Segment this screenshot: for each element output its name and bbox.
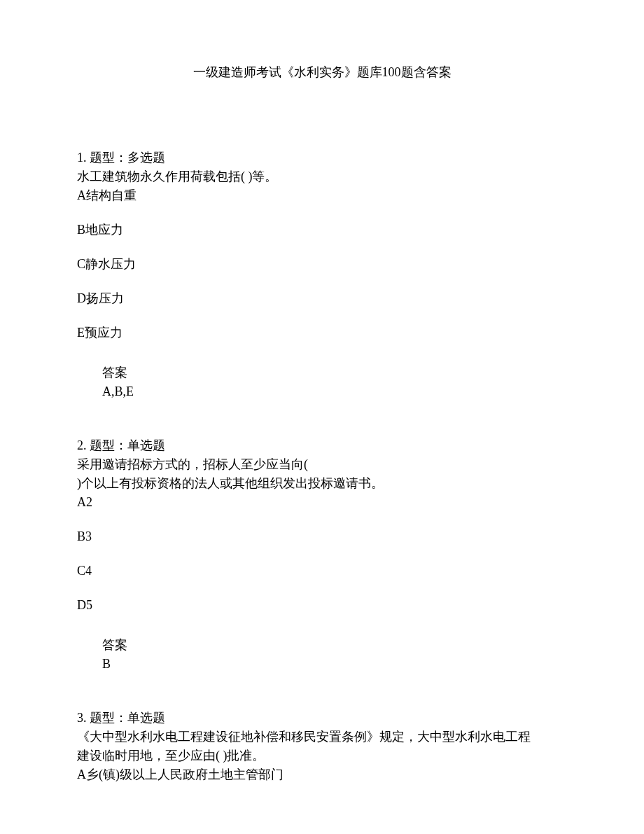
option-c: C4 [77, 562, 567, 581]
option-d: D扬压力 [77, 289, 567, 308]
answer-label: 答案 [102, 363, 567, 382]
question-3-stem-line1: 《大中型水利水电工程建设征地补偿和移民安置条例》规定，大中型水利水电工程 [77, 728, 567, 746]
question-2-header: 2. 题型：单选题 [77, 436, 567, 455]
answer-value: B [102, 655, 567, 674]
question-number: 3. [77, 711, 90, 725]
question-3: 3. 题型：单选题 《大中型水利水电工程建设征地补偿和移民安置条例》规定，大中型… [77, 709, 567, 784]
answer-value: A,B,E [102, 382, 567, 401]
question-1: 1. 题型：多选题 水工建筑物永久作用荷载包括( )等。 A结构自重 B地应力 … [77, 148, 567, 401]
question-type: 题型：单选题 [90, 438, 165, 452]
question-1-stem: 水工建筑物永久作用荷载包括( )等。 [77, 167, 567, 186]
question-1-header: 1. 题型：多选题 [77, 148, 567, 167]
option-a: A2 [77, 493, 567, 512]
option-d: D5 [77, 596, 567, 615]
question-number: 1. [77, 151, 90, 165]
option-b: B3 [77, 527, 567, 546]
option-c: C静水压力 [77, 255, 567, 274]
question-type: 题型：单选题 [90, 711, 165, 725]
question-2-stem-line1: 采用邀请招标方式的，招标人至少应当向( [77, 455, 567, 474]
question-2: 2. 题型：单选题 采用邀请招标方式的，招标人至少应当向( )个以上有投标资格的… [77, 436, 567, 674]
option-e: E预应力 [77, 324, 567, 342]
question-number: 2. [77, 438, 90, 452]
option-a: A乡(镇)级以上人民政府土地主管部门 [77, 765, 567, 784]
answer-block-1: 答案 A,B,E [77, 363, 567, 401]
question-2-stem-line2: )个以上有投标资格的法人或其他组织发出投标邀请书。 [77, 474, 567, 493]
option-b: B地应力 [77, 221, 567, 239]
answer-label: 答案 [102, 636, 567, 655]
document-title: 一级建造师考试《水利实务》题库100题含答案 [77, 63, 567, 82]
question-type: 题型：多选题 [90, 151, 165, 165]
question-3-header: 3. 题型：单选题 [77, 709, 567, 728]
answer-block-2: 答案 B [77, 636, 567, 674]
question-3-stem-line2: 建设临时用地，至少应由( )批准。 [77, 746, 567, 765]
option-a: A结构自重 [77, 186, 567, 205]
